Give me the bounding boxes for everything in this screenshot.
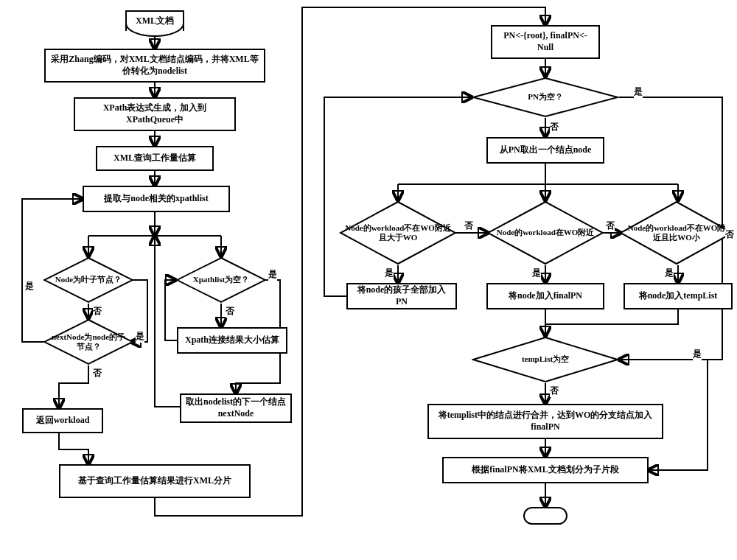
- partition-node: 根据finalPN将XML文档划分为子片段: [442, 457, 649, 483]
- workload-est-node: XML查询工作量估算: [96, 146, 214, 171]
- add-children-label: 将node的孩子全部加入PN: [352, 284, 451, 307]
- w-near-label: Node的workload在WO附近: [491, 228, 601, 237]
- start-label: XML文档: [136, 15, 174, 27]
- shard-node: 基于查询工作量估算结果进行XML分片: [59, 464, 251, 498]
- w-gt-label: Node的workload不在WO附近且大于WO: [339, 223, 457, 242]
- add-templist-label: 将node加入tempList: [639, 290, 718, 302]
- start-node: XML文档: [125, 10, 184, 31]
- take-node-node: 从PN取出一个结点node: [486, 137, 604, 164]
- label-no: 否: [464, 220, 473, 232]
- pn-init-label: PN<-{root}, finalPN<-Null: [497, 30, 594, 53]
- pn-init-node: PN<-{root}, finalPN<-Null: [491, 25, 600, 59]
- add-children-node: 将node的孩子全部加入PN: [346, 283, 457, 309]
- add-templist-node: 将node加入tempList: [624, 283, 733, 309]
- label-no: 否: [93, 305, 102, 318]
- label-yes: 是: [268, 268, 277, 281]
- next-node-label: 取出nodelist的下一个结点nextNode: [186, 396, 286, 419]
- label-yes: 是: [136, 330, 144, 343]
- leaf-label: Node为叶子节点？: [49, 275, 128, 284]
- xpathgen-node: XPath表达式生成，加入到XPathQueue中: [74, 97, 236, 131]
- label-no: 否: [550, 121, 559, 133]
- label-yes: 是: [385, 267, 394, 279]
- take-node-label: 从PN取出一个结点node: [500, 144, 592, 156]
- label-no: 否: [606, 220, 615, 232]
- workload-est-label: XML查询工作量估算: [113, 153, 196, 164]
- join-est-label: Xpath连接结果大小估算: [185, 335, 279, 346]
- merge-node: 将templist中的结点进行合并，达到WO的分支结点加入finalPN: [427, 404, 663, 439]
- add-finalpn-label: 将node加入finalPN: [509, 290, 582, 302]
- label-yes: 是: [634, 85, 643, 98]
- w-lt-decision: Node的workload不在WO附近且比WO小: [619, 200, 734, 265]
- next-node-node: 取出nodelist的下一个结点nextNode: [180, 393, 292, 423]
- merge-label: 将templist中的结点进行合并，达到WO的分支结点加入finalPN: [433, 410, 657, 433]
- child-label: nextNode为node的子节点？: [43, 332, 134, 351]
- w-gt-decision: Node的workload不在WO附近且大于WO: [339, 200, 457, 265]
- label-yes: 是: [693, 348, 702, 360]
- xpathgen-label: XPath表达式生成，加入到XPathQueue中: [80, 102, 230, 125]
- extract-node: 提取与node相关的xpathlist: [83, 186, 230, 212]
- join-est-node: Xpath连接结果大小估算: [177, 327, 287, 354]
- encode-label: 采用Zhang编码，对XML文档结点编码，并将XML等价转化为nodelist: [50, 54, 259, 77]
- extract-label: 提取与node相关的xpathlist: [104, 193, 208, 205]
- xpathlist-empty-decision: Xpathlist为空？: [175, 256, 267, 304]
- add-finalpn-node: 将node加入finalPN: [486, 283, 604, 309]
- w-near-decision: Node的workload在WO附近: [486, 200, 604, 265]
- pn-empty-decision: PN为空？: [472, 77, 619, 118]
- return-workload-label: 返回workload: [36, 415, 90, 427]
- return-workload-node: 返回workload: [22, 408, 103, 433]
- partition-label: 根据finalPN将XML文档划分为子片段: [472, 464, 618, 476]
- label-yes: 是: [665, 267, 674, 279]
- encode-node: 采用Zhang编码，对XML文档结点编码，并将XML等价转化为nodelist: [44, 49, 265, 83]
- label-no: 否: [93, 367, 102, 379]
- label-yes: 是: [532, 267, 541, 279]
- leaf-decision: Node为叶子节点？: [43, 256, 134, 304]
- xpathlist-empty-label: Xpathlist为空？: [187, 275, 255, 284]
- label-no: 否: [550, 385, 559, 397]
- pn-empty-label: PN为空？: [522, 92, 569, 102]
- label-yes: 是: [25, 280, 34, 293]
- templist-empty-label: tempList为空: [516, 354, 575, 364]
- templist-empty-decision: tempList为空: [472, 336, 619, 383]
- w-lt-label: Node的workload不在WO附近且比WO小: [619, 223, 734, 242]
- child-decision: nextNode为node的子节点？: [43, 318, 134, 365]
- end-terminator: [523, 507, 567, 525]
- label-no: 否: [226, 305, 234, 318]
- shard-label: 基于查询工作量估算结果进行XML分片: [78, 475, 231, 487]
